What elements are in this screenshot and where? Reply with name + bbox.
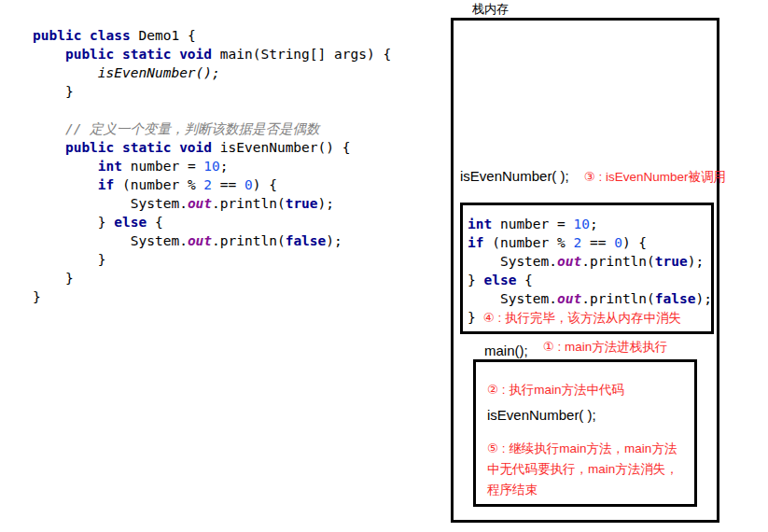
- code-line: } else {: [468, 271, 709, 289]
- main-call-line: main();① : main方法进栈执行: [484, 343, 667, 360]
- code-line: System.out.println(false);: [468, 289, 709, 308]
- code-line: System.out.println(false);: [33, 231, 391, 250]
- code-line: }: [33, 250, 391, 269]
- main-call-label: main();: [484, 343, 528, 358]
- code-line: isEvenNumber();: [33, 63, 391, 82]
- code-line: }④ : 执行完毕，该方法从内存中消失: [468, 308, 709, 328]
- code-line: int number = 10;: [468, 215, 709, 233]
- code-line: if (number % 2 == 0) {: [468, 233, 709, 252]
- code-line: [33, 101, 391, 119]
- iseven-method-frame: int number = 10;if (number % 2 == 0) { S…: [460, 203, 714, 334]
- code-line: // 定义一个变量，判断该数据是否是偶数: [33, 119, 391, 138]
- annotation-3-iseven-called: ③ : isEvenNumber被调用: [584, 170, 726, 184]
- code-line: public static void isEvenNumber() {: [33, 138, 391, 157]
- annotation-2-exec-main: ② : 执行main方法中代码: [487, 383, 689, 398]
- code-line: public static void main(String[] args) {: [33, 45, 391, 63]
- code-line: System.out.println(true);: [468, 252, 709, 271]
- iseven-call-line: isEvenNumber( );③ : isEvenNumber被调用: [460, 168, 726, 186]
- code-line: public class Demo1 {: [33, 26, 391, 45]
- code-line: }: [33, 287, 391, 306]
- java-source-code: public class Demo1 { public static void …: [33, 26, 391, 306]
- code-line: }: [33, 269, 391, 287]
- stack-memory-title: 栈内存: [472, 1, 509, 18]
- code-line: } else {: [33, 213, 391, 231]
- stack-memory-box: isEvenNumber( );③ : isEvenNumber被调用 int …: [451, 18, 719, 523]
- annotation-1-main-push: ① : main方法进栈执行: [543, 340, 668, 354]
- code-line: System.out.println(true);: [33, 194, 391, 213]
- code-line: int number = 10;: [33, 157, 391, 175]
- code-line: }: [33, 82, 391, 101]
- annotation-5-main-finish: ⑤ : 继续执行main方法，main方法中无代码要执行，main方法消失，程序…: [487, 439, 689, 500]
- iseven-call-in-main: isEvenNumber( );: [487, 407, 689, 423]
- iseven-call-label: isEvenNumber( );: [460, 168, 569, 184]
- code-line: if (number % 2 == 0) {: [33, 175, 391, 194]
- main-method-frame: ② : 执行main方法中代码 isEvenNumber( ); ⑤ : 继续执…: [473, 359, 697, 507]
